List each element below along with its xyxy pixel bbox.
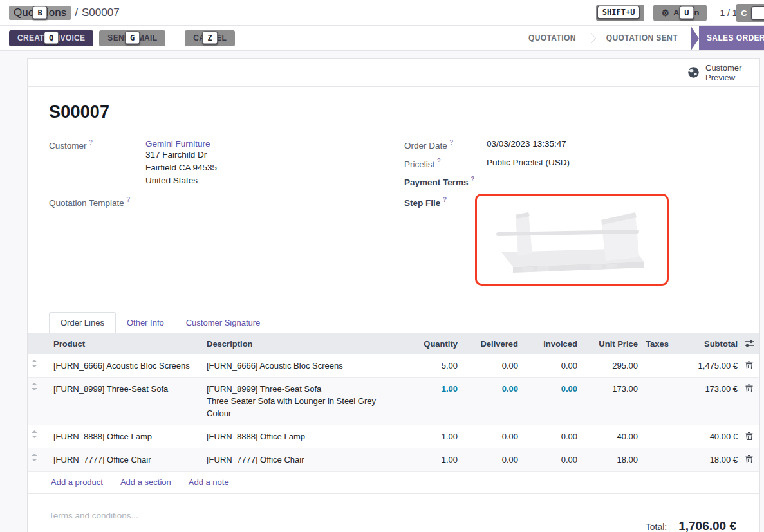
tab-other-info[interactable]: Other Info xyxy=(116,313,175,333)
add-note-link[interactable]: Add a note xyxy=(189,477,229,487)
col-invoiced[interactable]: Invoiced xyxy=(522,333,581,354)
pricelist-value[interactable]: Public Pricelist (USD) xyxy=(487,158,570,169)
delete-row-button[interactable] xyxy=(741,425,759,448)
row-drag-handle[interactable] xyxy=(28,448,50,471)
trash-icon xyxy=(745,455,753,463)
row-drag-handle[interactable] xyxy=(28,425,50,448)
tab-customer-signature[interactable]: Customer Signature xyxy=(175,313,272,333)
order-date-value[interactable]: 03/03/2023 13:35:47 xyxy=(487,139,566,151)
cell-quantity[interactable]: 1.00 xyxy=(402,377,461,425)
delete-row-button[interactable] xyxy=(741,377,759,425)
table-row[interactable]: [FURN_6666] Acoustic Bloc Screens [FURN_… xyxy=(28,354,759,378)
customer-address: 317 Fairchild Dr Fairfield CA 94535 Unit… xyxy=(145,149,217,187)
truncated-edge-button-label: C xyxy=(741,8,747,18)
customer-preview-button[interactable]: Customer Preview xyxy=(678,59,759,86)
delete-row-button[interactable] xyxy=(741,354,759,378)
kbd-hint-unlock: SHIFT+U xyxy=(597,6,640,19)
status-step-quotation[interactable]: QUOTATION xyxy=(517,26,587,51)
col-product[interactable]: Product xyxy=(50,333,203,354)
optional-columns-header[interactable] xyxy=(741,333,759,354)
send-email-button[interactable]: SEND EMAIL G xyxy=(99,30,165,46)
cell-taxes[interactable] xyxy=(642,377,674,425)
customer-label: Customer ? xyxy=(49,139,145,187)
cell-taxes[interactable] xyxy=(642,425,674,448)
gear-icon: ⚙ xyxy=(661,8,669,18)
cell-description[interactable]: [FURN_6666] Acoustic Bloc Screens xyxy=(203,354,402,378)
col-unit-price[interactable]: Unit Price xyxy=(581,333,642,354)
truncated-edge-button[interactable]: C xyxy=(736,4,764,22)
description-line: Three Seater Sofa with Lounger in Steel … xyxy=(207,395,398,419)
add-section-link[interactable]: Add a section xyxy=(120,477,171,487)
status-step-quotation-sent[interactable]: QUOTATION SENT xyxy=(595,26,689,51)
breadcrumb-quotations-link[interactable]: Quotations B xyxy=(9,6,71,20)
terms-placeholder[interactable]: Terms and conditions... xyxy=(49,511,138,532)
cell-description[interactable]: [FURN_8888] Office Lamp xyxy=(203,425,402,448)
address-line: United States xyxy=(145,174,217,187)
status-separator-icon xyxy=(586,33,596,43)
row-drag-handle[interactable] xyxy=(28,377,50,425)
cell-taxes[interactable] xyxy=(642,354,674,378)
cell-delivered[interactable]: 0.00 xyxy=(461,448,522,471)
drag-handle-icon xyxy=(32,430,37,438)
unlock-button[interactable]: SHIFT+U xyxy=(596,5,645,21)
table-row[interactable]: [FURN_7777] Office Chair [FURN_7777] Off… xyxy=(28,448,759,471)
record-title: S00007 xyxy=(49,102,759,122)
cell-invoiced[interactable]: 0.00 xyxy=(522,425,581,448)
handle-column-header xyxy=(28,333,50,354)
totals-zone: Terms and conditions... Total: 1,706.00 … xyxy=(28,494,759,532)
action-menu-button[interactable]: ⚙ Action U xyxy=(653,5,707,21)
control-panel: CREATE INVOICE Q SEND EMAIL G CANCEL Z Q… xyxy=(0,26,764,51)
total-block: Total: 1,706.00 € xyxy=(601,511,736,532)
cell-subtotal: 1,475.00 € xyxy=(674,354,741,378)
create-invoice-button[interactable]: CREATE INVOICE Q xyxy=(9,30,93,46)
table-row[interactable]: [FURN_8999] Three-Seat Sofa [FURN_8999] … xyxy=(28,377,759,425)
cell-quantity[interactable]: 1.00 xyxy=(402,425,461,448)
row-drag-handle[interactable] xyxy=(28,354,50,378)
col-quantity[interactable]: Quantity xyxy=(402,333,461,354)
delete-row-button[interactable] xyxy=(741,448,759,471)
cell-unit-price[interactable]: 295.00 xyxy=(581,354,642,378)
cell-description[interactable]: [FURN_7777] Office Chair xyxy=(203,448,402,471)
cell-product[interactable]: [FURN_8999] Three-Seat Sofa xyxy=(50,377,203,425)
trash-icon xyxy=(745,384,753,392)
cancel-button[interactable]: CANCEL Z xyxy=(185,30,235,46)
payment-terms-field[interactable]: Payment Terms ? xyxy=(404,176,759,187)
table-header-row: Product Description Quantity Delivered I… xyxy=(28,333,759,354)
col-taxes[interactable]: Taxes xyxy=(642,333,674,354)
kbd-hint-edge xyxy=(751,6,764,20)
quotation-template-field[interactable]: Quotation Template ? xyxy=(49,196,404,208)
cell-invoiced[interactable]: 0.00 xyxy=(522,354,581,378)
record-pager: 1 / 1 xyxy=(720,8,737,18)
form-sheet: Customer Preview S00007 Customer ? Gemin… xyxy=(27,58,760,532)
table-row[interactable]: [FURN_8888] Office Lamp [FURN_8888] Offi… xyxy=(28,425,759,448)
cell-invoiced[interactable]: 0.00 xyxy=(522,377,581,425)
cell-quantity[interactable]: 1.00 xyxy=(402,448,461,471)
cell-description[interactable]: [FURN_8999] Three-Seat Sofa Three Seater… xyxy=(203,377,402,425)
step-file-3d-render xyxy=(482,201,662,278)
globe-icon xyxy=(687,66,700,78)
cell-taxes[interactable] xyxy=(642,448,674,471)
cell-unit-price[interactable]: 40.00 xyxy=(581,425,642,448)
cell-unit-price[interactable]: 173.00 xyxy=(581,377,642,425)
col-description[interactable]: Description xyxy=(203,333,402,354)
total-value: 1,706.00 € xyxy=(678,519,736,532)
col-delivered[interactable]: Delivered xyxy=(461,333,522,354)
cell-delivered[interactable]: 0.00 xyxy=(461,425,522,448)
kbd-hint-send-email: G xyxy=(125,32,140,45)
add-product-link[interactable]: Add a product xyxy=(51,477,103,487)
cell-product[interactable]: [FURN_6666] Acoustic Bloc Screens xyxy=(50,354,203,378)
quotation-template-label: Quotation Template ? xyxy=(49,196,145,208)
cell-unit-price[interactable]: 18.00 xyxy=(581,448,642,471)
col-subtotal[interactable]: Subtotal xyxy=(674,333,741,354)
cell-delivered[interactable]: 0.00 xyxy=(461,354,522,378)
cell-invoiced[interactable]: 0.00 xyxy=(522,448,581,471)
cell-delivered[interactable]: 0.00 xyxy=(461,377,522,425)
status-step-sales-order[interactable]: SALES ORDER xyxy=(699,26,764,51)
step-file-image[interactable] xyxy=(475,194,669,286)
customer-link[interactable]: Gemini Furniture xyxy=(145,139,210,149)
tab-order-lines[interactable]: Order Lines xyxy=(49,312,116,333)
cell-product[interactable]: [FURN_7777] Office Chair xyxy=(50,448,203,471)
cell-product[interactable]: [FURN_8888] Office Lamp xyxy=(50,425,203,448)
cell-quantity[interactable]: 5.00 xyxy=(402,354,461,378)
breadcrumb-record: S00007 xyxy=(82,6,120,19)
